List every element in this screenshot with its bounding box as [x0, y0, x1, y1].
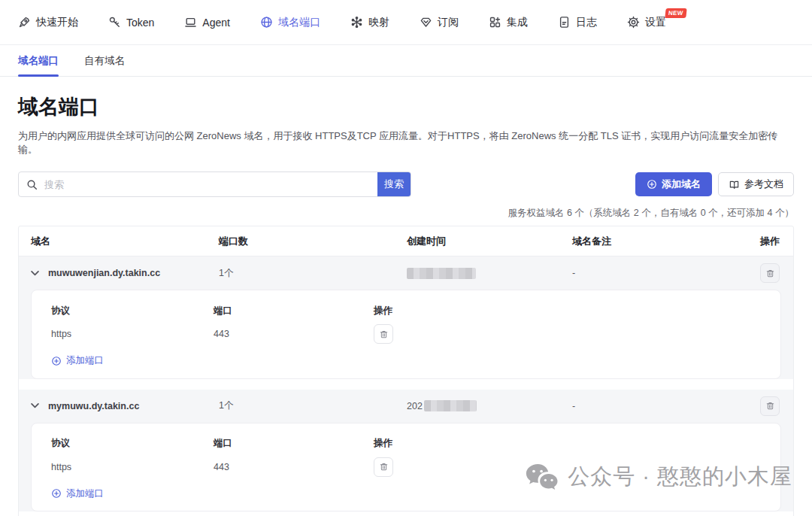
nav-label: 订阅	[438, 16, 459, 29]
circle-plus-icon	[51, 488, 62, 499]
port-count: 1个	[219, 399, 407, 412]
circle-plus-icon	[647, 179, 657, 190]
sub-col-port: 端口	[214, 437, 374, 450]
sub-col-protocol: 协议	[51, 437, 214, 450]
globe-icon	[260, 16, 273, 29]
search-box: 搜索	[18, 171, 411, 197]
subtable-header: 协议 端口 操作	[51, 434, 768, 454]
tab-own-domain[interactable]: 自有域名	[84, 45, 125, 76]
trash-icon	[765, 269, 775, 278]
reference-doc-label: 参考文档	[744, 178, 783, 191]
table-header: 域名 端口数 创建时间 域名备注 操作	[19, 226, 793, 256]
nav-label: 快速开始	[36, 16, 78, 29]
toolbar: 搜索 添加域名 参考文档	[18, 171, 794, 197]
delete-domain-button[interactable]	[760, 263, 780, 283]
toolbar-actions: 添加域名 参考文档	[635, 172, 794, 196]
table-row[interactable]: mymuwu.dy.takin.cc 1个 202 -	[19, 390, 793, 423]
nav-item-mapping[interactable]: 映射	[350, 16, 389, 29]
search-button[interactable]: 搜索	[377, 172, 411, 196]
ports-subtable: 协议 端口 操作 https 443 添加端口	[31, 423, 781, 512]
rocket-icon	[18, 16, 31, 29]
document-icon	[558, 16, 571, 29]
domain-name: mymuwu.dy.takin.cc	[48, 401, 139, 411]
nav-label: 映射	[368, 16, 389, 29]
nav-label: 集成	[507, 16, 528, 29]
domains-table: 域名 端口数 创建时间 域名备注 操作 muwuwenjian.dy.takin…	[18, 226, 794, 516]
chevron-down-icon[interactable]	[31, 269, 39, 278]
new-badge: NEW	[665, 8, 687, 18]
delete-domain-button[interactable]	[760, 396, 780, 416]
key-icon	[108, 16, 121, 29]
nav-label: 设置	[645, 16, 666, 29]
gem-icon	[420, 16, 432, 29]
port-count: 1个	[219, 267, 407, 280]
port-value: 443	[214, 462, 374, 472]
sub-col-protocol: 协议	[51, 305, 214, 317]
nav-item-domain-port[interactable]: 域名端口	[260, 16, 320, 29]
ports-subtable: 协议 端口 操作 https 443 添加端口	[31, 290, 781, 379]
col-domain: 域名	[31, 235, 219, 248]
delete-port-button[interactable]	[374, 457, 393, 477]
nav-item-token[interactable]: Token	[108, 16, 154, 29]
protocol-value: https	[51, 462, 214, 472]
port-value: 443	[214, 329, 374, 339]
chevron-down-icon[interactable]	[31, 402, 39, 410]
add-port-label: 添加端口	[66, 487, 104, 500]
tab-domain-port[interactable]: 域名端口	[18, 45, 59, 76]
nav-item-quick-start[interactable]: 快速开始	[18, 16, 78, 29]
trash-icon	[765, 401, 775, 411]
search-icon	[19, 172, 44, 196]
trash-icon	[379, 462, 389, 472]
sub-col-actions: 操作	[374, 305, 768, 317]
trash-icon	[379, 329, 389, 339]
domain-group: muwuwenjian.dy.takin.cc 1个 - 协议 端口 操作	[19, 256, 793, 379]
table-row[interactable]: muwuwenjian.dy.takin.cc 1个 -	[19, 256, 793, 290]
add-port-label: 添加端口	[66, 354, 104, 367]
domain-cell: muwuwenjian.dy.takin.cc	[31, 268, 219, 278]
domain-remark: -	[572, 401, 760, 411]
col-remark: 域名备注	[572, 235, 760, 248]
search-input[interactable]	[44, 172, 377, 196]
sub-col-port: 端口	[214, 305, 374, 317]
protocol-value: https	[51, 329, 214, 339]
nav-item-settings[interactable]: 设置 NEW	[627, 16, 666, 29]
created-time-visible: 202	[407, 401, 423, 411]
page-description: 为用户的内网应用提供全球可访问的公网 ZeroNews 域名，用于接收 HTTP…	[18, 129, 794, 156]
add-domain-label: 添加域名	[662, 178, 701, 191]
nav-item-logs[interactable]: 日志	[558, 16, 597, 29]
col-created: 创建时间	[407, 235, 572, 248]
redacted-created-time	[424, 400, 477, 411]
nav-label: Agent	[202, 17, 230, 29]
redacted-created-time	[407, 268, 476, 279]
gear-icon	[627, 16, 640, 29]
tab-bar: 域名端口 自有域名	[0, 45, 812, 77]
reference-doc-button[interactable]: 参考文档	[718, 172, 794, 196]
col-port-count: 端口数	[219, 235, 407, 248]
nav-item-agent[interactable]: Agent	[184, 16, 230, 29]
page-title: 域名端口	[18, 93, 794, 120]
domain-cell: mymuwu.dy.takin.cc	[31, 401, 219, 411]
domain-group: mymuwu.dy.takin.cc 1个 202 - 协议 端口	[19, 390, 793, 512]
created-time: 202	[407, 400, 572, 411]
nav-item-subscription[interactable]: 订阅	[420, 16, 459, 29]
top-nav: 快速开始 Token Agent 域名端口 映射 订阅 集成 日志 设置 NEW	[0, 0, 812, 45]
nav-item-integration[interactable]: 集成	[489, 16, 528, 29]
delete-port-button[interactable]	[374, 324, 393, 344]
col-actions: 操作	[760, 235, 781, 248]
add-domain-button[interactable]: 添加域名	[635, 172, 712, 196]
nav-label: Token	[126, 17, 154, 29]
add-port-link[interactable]: 添加端口	[51, 354, 104, 367]
book-icon	[729, 179, 740, 190]
nav-label: 域名端口	[278, 16, 320, 29]
circle-plus-icon	[51, 356, 62, 366]
domain-remark: -	[572, 268, 760, 278]
created-time	[407, 268, 572, 279]
sub-col-actions: 操作	[374, 437, 768, 450]
domain-name: muwuwenjian.dy.takin.cc	[48, 268, 160, 278]
laptop-icon	[184, 16, 197, 29]
port-row: https 443	[51, 320, 768, 348]
add-port-link[interactable]: 添加端口	[51, 487, 104, 500]
asterisk-icon	[350, 16, 363, 29]
blocks-icon	[489, 16, 501, 29]
subtable-header: 协议 端口 操作	[51, 301, 768, 320]
